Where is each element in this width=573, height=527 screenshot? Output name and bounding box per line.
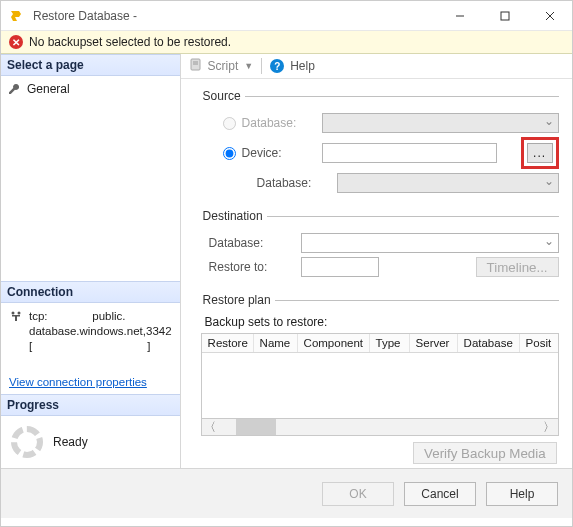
progress-spinner-icon bbox=[11, 426, 43, 458]
connection-header: Connection bbox=[1, 281, 180, 303]
col-server[interactable]: Server bbox=[410, 334, 458, 352]
restore-plan-legend: Restore plan bbox=[199, 293, 275, 307]
error-icon: ✕ bbox=[9, 35, 23, 49]
help-button-footer[interactable]: Help bbox=[486, 482, 558, 506]
svg-rect-1 bbox=[501, 12, 509, 20]
source-database-radio-input bbox=[223, 117, 236, 130]
source-device-radio-input[interactable] bbox=[223, 147, 236, 160]
timeline-button: Timeline... bbox=[476, 257, 559, 277]
verify-backup-button: Verify Backup Media bbox=[413, 442, 557, 464]
page-general[interactable]: General bbox=[7, 80, 174, 98]
highlight-browse: ... bbox=[521, 137, 559, 169]
backup-sets-grid[interactable]: Restore Name Component Type Server Datab… bbox=[201, 333, 559, 419]
select-page-header: Select a page bbox=[1, 54, 180, 76]
connection-body: tcp: public. database.windows.net,3342 [… bbox=[1, 303, 180, 394]
source-sub-db-label: Database: bbox=[257, 176, 329, 190]
error-message: No backupset selected to be restored. bbox=[29, 35, 231, 49]
page-list: General bbox=[1, 76, 180, 102]
grid-header: Restore Name Component Type Server Datab… bbox=[202, 334, 558, 353]
browse-device-button[interactable]: ... bbox=[527, 143, 553, 163]
col-database[interactable]: Database bbox=[458, 334, 520, 352]
col-component[interactable]: Component bbox=[298, 334, 370, 352]
svg-rect-7 bbox=[12, 315, 20, 317]
toolbar: Script ▼ ? Help bbox=[181, 54, 573, 79]
window-title: Restore Database - bbox=[33, 9, 437, 23]
maximize-button[interactable] bbox=[482, 1, 527, 31]
toolbar-separator bbox=[261, 58, 262, 74]
connection-line3: [ ] bbox=[29, 339, 172, 354]
connection-line2: database.windows.net,3342 bbox=[29, 324, 172, 339]
grid-hscrollbar[interactable]: 〈 〉 bbox=[201, 419, 559, 436]
source-database-radio: Database: bbox=[223, 116, 314, 130]
left-panel: Select a page General Connection tcp: pu… bbox=[1, 54, 181, 468]
col-position[interactable]: Posit bbox=[520, 334, 558, 352]
progress-header: Progress bbox=[1, 394, 180, 416]
col-restore[interactable]: Restore bbox=[202, 334, 254, 352]
error-bar: ✕ No backupset selected to be restored. bbox=[1, 31, 572, 54]
right-panel: Script ▼ ? Help Source Database: bbox=[181, 54, 573, 468]
view-connection-link[interactable]: View connection properties bbox=[9, 376, 172, 388]
title-bar: Restore Database - bbox=[1, 1, 572, 31]
col-name[interactable]: Name bbox=[254, 334, 298, 352]
scroll-left-icon[interactable]: 〈 bbox=[202, 419, 219, 436]
help-icon[interactable]: ? bbox=[270, 59, 284, 73]
source-database-combo bbox=[322, 113, 559, 133]
restore-to-input bbox=[301, 257, 379, 277]
wrench-icon bbox=[7, 82, 21, 96]
page-general-label: General bbox=[27, 82, 70, 96]
destination-legend: Destination bbox=[199, 209, 267, 223]
svg-rect-6 bbox=[15, 316, 17, 321]
scroll-right-icon[interactable]: 〉 bbox=[541, 419, 558, 436]
source-group: Source Database: Device: bbox=[199, 89, 559, 199]
script-icon bbox=[189, 58, 202, 74]
form-area: Source Database: Device: bbox=[181, 79, 573, 468]
script-dropdown[interactable]: Script bbox=[208, 59, 239, 73]
cancel-button[interactable]: Cancel bbox=[404, 482, 476, 506]
app-icon bbox=[9, 8, 25, 24]
destination-group: Destination Database: Restore to: Timeli… bbox=[199, 209, 559, 283]
backup-sets-label: Backup sets to restore: bbox=[199, 315, 559, 329]
dialog-footer: OK Cancel Help bbox=[1, 468, 572, 518]
col-type[interactable]: Type bbox=[370, 334, 410, 352]
main-layout: Select a page General Connection tcp: pu… bbox=[1, 54, 572, 468]
progress-status: Ready bbox=[53, 435, 88, 449]
connection-line1: tcp: public. bbox=[29, 309, 172, 324]
source-device-radio[interactable]: Device: bbox=[223, 146, 314, 160]
close-button[interactable] bbox=[527, 1, 572, 31]
restore-plan-group: Restore plan Backup sets to restore: Res… bbox=[199, 293, 559, 466]
ok-button: OK bbox=[322, 482, 394, 506]
progress-body: Ready bbox=[1, 416, 180, 468]
restore-to-label: Restore to: bbox=[209, 260, 293, 274]
dest-db-label: Database: bbox=[209, 236, 293, 250]
minimize-button[interactable] bbox=[437, 1, 482, 31]
source-sub-db-combo[interactable] bbox=[337, 173, 559, 193]
server-icon bbox=[9, 309, 23, 323]
svg-point-5 bbox=[18, 312, 21, 315]
source-legend: Source bbox=[199, 89, 245, 103]
source-device-input[interactable] bbox=[322, 143, 497, 163]
help-button[interactable]: Help bbox=[290, 59, 315, 73]
scroll-thumb[interactable] bbox=[236, 419, 276, 435]
left-spacer bbox=[1, 102, 180, 281]
svg-point-4 bbox=[12, 312, 15, 315]
chevron-down-icon[interactable]: ▼ bbox=[244, 61, 253, 71]
dest-db-combo[interactable] bbox=[301, 233, 559, 253]
